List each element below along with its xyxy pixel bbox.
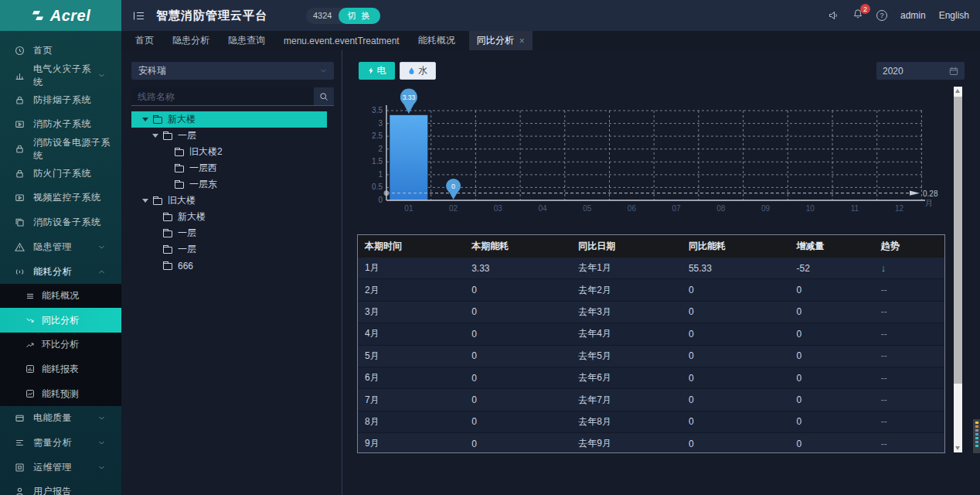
- tree-node[interactable]: 一层: [131, 128, 327, 144]
- yoy-bar-chart: 0.28 3.53 2.52 1.51 0.50 0102 0304 0506 …: [352, 82, 947, 220]
- sidebar-item-home[interactable]: 首页: [0, 39, 121, 63]
- sidebar-item-label: 需量分析: [33, 436, 72, 449]
- caret-expanded-icon[interactable]: [142, 199, 148, 203]
- search-button[interactable]: [314, 87, 334, 106]
- tab-hazard-analysis[interactable]: 隐患分析: [168, 31, 214, 50]
- tree-node[interactable]: 旧大楼2: [131, 144, 327, 160]
- caret-expanded-icon[interactable]: [152, 134, 158, 138]
- table-row[interactable]: 8月0去年8月00--: [358, 411, 944, 433]
- tab-hazard-query[interactable]: 隐患查询: [223, 31, 270, 50]
- sidebar-item-operations-management[interactable]: 运维管理: [0, 455, 121, 480]
- sidebar-item-smoke-control-subsystem[interactable]: 防排烟子系统: [0, 87, 121, 112]
- tab-yoy-analysis[interactable]: 同比分析 ×: [469, 31, 533, 50]
- content-scrollbar[interactable]: [954, 87, 962, 452]
- sidebar-item-electrical-fire-subsystem[interactable]: 电气火灾子系统: [0, 63, 121, 88]
- table-row[interactable]: 5月0去年5月00--: [358, 346, 944, 367]
- sidebar-item-energy-report[interactable]: 能耗报表: [0, 357, 121, 382]
- sidebar-item-fire-equipment-power-subsystem[interactable]: 消防设备电源子系统: [0, 137, 121, 162]
- tree-node[interactable]: 一层西: [131, 160, 327, 176]
- sidebar-item-label: 防火门子系统: [33, 167, 91, 180]
- station-dropdown[interactable]: 安科瑞: [131, 62, 334, 80]
- help-icon[interactable]: ?: [876, 10, 887, 21]
- table-row[interactable]: 3月0去年3月00--: [358, 302, 944, 323]
- y-axis-labels: 3.53 2.52 1.51 0.50: [372, 106, 383, 204]
- tab-home[interactable]: 首页: [131, 31, 158, 50]
- tree-node[interactable]: 一层: [131, 225, 327, 241]
- tab-event-treatment[interactable]: menu.event.eventTreatment: [279, 31, 404, 50]
- tree-node[interactable]: 一层: [131, 241, 327, 258]
- chevron-down-icon: [98, 72, 105, 79]
- data-balloon-jan[interactable]: 3.33: [400, 89, 417, 114]
- table-row[interactable]: 2月0去年2月00--: [358, 279, 944, 301]
- table-row[interactable]: 9月0去年9月00--: [358, 433, 944, 453]
- tree-node[interactable]: 一层东: [131, 176, 327, 193]
- sidebar-item-label: 用户报告: [33, 485, 72, 495]
- line-search-input[interactable]: [131, 87, 314, 106]
- axes: [386, 105, 925, 200]
- sidebar-item-hazard-management[interactable]: 隐患管理: [0, 235, 121, 260]
- battery-icon: [15, 413, 25, 423]
- lock-icon: [15, 95, 25, 105]
- user-menu[interactable]: admin: [900, 10, 926, 21]
- sidebar-item-fire-equipment-subsystem[interactable]: 消防设备子系统: [0, 210, 121, 235]
- electric-toggle-button[interactable]: 电: [359, 62, 395, 80]
- folder-icon: [175, 166, 184, 172]
- sidebar-item-label: 能耗报表: [42, 363, 79, 376]
- table-row[interactable]: 1月3.33去年1月55.33-52↓: [358, 258, 944, 279]
- topbar: 智慧消防管理云平台 4324 切 换 2 ? admin English: [121, 0, 980, 31]
- svg-text:03: 03: [494, 204, 503, 213]
- year-picker[interactable]: 2020: [876, 62, 965, 80]
- table-row[interactable]: 6月0去年6月00--: [358, 367, 944, 389]
- tab-energy-overview[interactable]: 能耗概况: [413, 31, 460, 50]
- sidebar-item-demand-analysis[interactable]: 需量分析: [0, 431, 121, 456]
- sidebar-item-energy-forecast[interactable]: 能耗预测: [0, 381, 121, 406]
- sidebar-item-yoy-analysis[interactable]: 同比分析: [0, 308, 121, 333]
- bar-month-01[interactable]: [390, 115, 427, 200]
- folder-icon: [163, 230, 172, 237]
- caret-expanded-icon[interactable]: [142, 118, 148, 121]
- sidebar-item-label: 能耗分析: [33, 265, 72, 278]
- chevron-down-icon: [98, 415, 105, 422]
- lock-icon: [15, 144, 25, 154]
- water-toggle-button[interactable]: 水: [400, 62, 436, 80]
- column-header: 同比日期: [571, 240, 682, 253]
- svg-text:10: 10: [806, 204, 815, 213]
- scroll-down-arrow[interactable]: [955, 446, 960, 450]
- scrollbar-thumb[interactable]: [954, 97, 962, 384]
- svg-text:2.5: 2.5: [372, 131, 383, 140]
- svg-text:08: 08: [716, 204, 726, 213]
- tree-node[interactable]: 新大楼: [131, 111, 327, 128]
- tree-node[interactable]: 666: [131, 258, 327, 274]
- sidebar-item-video-monitoring-subsystem[interactable]: 视频监控子系统: [0, 186, 121, 210]
- table-body: 1月3.33去年1月55.33-52↓ 2月0去年2月00-- 3月0去年3月0…: [358, 258, 944, 453]
- sidebar-item-fire-door-subsystem[interactable]: 防火门子系统: [0, 161, 121, 186]
- sidebar-item-fire-water-subsystem[interactable]: 消防水子系统: [0, 112, 121, 137]
- scroll-up-arrow[interactable]: [955, 89, 960, 93]
- collapse-menu-icon[interactable]: [133, 11, 145, 21]
- sidebar-item-energy-overview[interactable]: 能耗概况: [0, 284, 121, 309]
- announcement-icon[interactable]: [829, 10, 839, 21]
- trend-up-icon: [26, 340, 35, 350]
- table-row[interactable]: 7月0去年7月00--: [358, 389, 944, 411]
- switch-station-button[interactable]: 切 换: [339, 8, 379, 24]
- sidebar-item-energy-analysis[interactable]: 能耗分析: [0, 259, 121, 284]
- sidebar-item-mom-analysis[interactable]: 环比分析: [0, 333, 121, 357]
- chevron-up-icon: [98, 268, 105, 275]
- column-header: 增减量: [790, 240, 874, 253]
- tree-node[interactable]: 旧大楼: [131, 193, 327, 209]
- scroll-minimap-widget: [973, 419, 980, 453]
- sidebar-item-user-report[interactable]: 用户报告: [0, 480, 121, 495]
- sidebar-item-power-quality[interactable]: 电能质量: [0, 406, 121, 431]
- close-tab-icon[interactable]: ×: [519, 36, 525, 46]
- table-row[interactable]: 4月0去年4月00--: [358, 323, 944, 345]
- language-switcher[interactable]: English: [939, 10, 969, 21]
- notifications[interactable]: 2: [852, 9, 863, 22]
- tree-node[interactable]: 新大楼: [131, 209, 327, 225]
- data-balloon-feb[interactable]: 0: [446, 179, 461, 200]
- sidebar-item-label: 能耗概况: [42, 289, 79, 302]
- year-picker-value: 2020: [883, 66, 903, 77]
- svg-text:11: 11: [851, 204, 859, 213]
- logo-text: Acrel: [50, 7, 91, 25]
- sidebar-item-label: 电能质量: [33, 411, 72, 425]
- svg-text:01: 01: [404, 204, 413, 213]
